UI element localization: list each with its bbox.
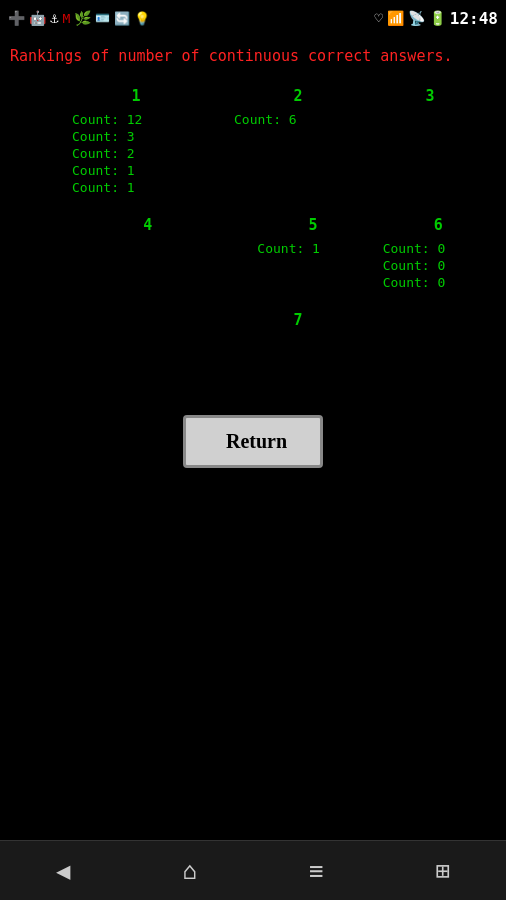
rank-1-count-1: Count: 3 [70,128,202,145]
sync-icon: 🔄 [114,11,130,26]
home-button[interactable]: ⌂ [183,857,197,885]
rank-col-4: 4 [10,216,205,240]
return-button[interactable]: Return [183,415,323,468]
rank-5-count-0: Count: 1 [255,240,370,257]
wifi-icon: 📶 [387,10,404,26]
rank-col-3: 3 [364,87,496,111]
rank-2-count-0: Count: 6 [232,111,364,128]
mcafee-icon: M [62,11,70,26]
rank-3-label: 3 [364,87,496,105]
rank-4-label: 4 [90,216,205,234]
rank-5-label: 5 [255,216,370,234]
apps-button[interactable]: ⊞ [436,857,450,885]
rank-6-label: 6 [381,216,496,234]
main-content: Rankings of number of continuous correct… [0,36,506,854]
android-icon: 🤖 [29,10,46,26]
rank-col-1: 1 Count: 12 Count: 3 Count: 2 Count: 1 C… [10,87,202,196]
rank-1-label: 1 [70,87,202,105]
battery-icon: 🔋 [429,10,446,26]
vpn-icon: 🪪 [95,11,110,25]
rank-6-count-2: Count: 0 [381,274,496,291]
rank-7-label: 7 [100,311,496,329]
rank-6-count-1: Count: 0 [381,257,496,274]
status-bar: ➕ 🤖 ⚓ M 🌿 🪪 🔄 💡 ♡ 📶 📡 🔋 12:48 [0,0,506,36]
mid-ranks-row: 4 5 Count: 1 6 Count: 0 Count: 0 Count: … [10,216,496,291]
heart-icon: ♡ [374,10,382,26]
add-icon: ➕ [8,10,25,26]
rank-1-count-4: Count: 1 [70,179,202,196]
nav-bar: ◀ ⌂ ≡ ⊞ [0,840,506,900]
menu-button[interactable]: ≡ [309,857,323,885]
leaf-icon: 🌿 [74,10,91,26]
back-button[interactable]: ◀ [56,857,70,885]
rank-col-2: 2 Count: 6 [202,87,364,128]
page-title: Rankings of number of continuous correct… [10,46,496,67]
rank-col-5: 5 Count: 1 [205,216,370,257]
rank-6-count-0: Count: 0 [381,240,496,257]
time-display: 12:48 [450,9,498,28]
rank-1-count-2: Count: 2 [70,145,202,162]
light-icon: 💡 [134,11,150,26]
rank-col-7: 7 [10,311,496,335]
signal-icon: 📡 [408,10,425,26]
status-icons-right: ♡ 📶 📡 🔋 12:48 [374,9,498,28]
status-icons-left: ➕ 🤖 ⚓ M 🌿 🪪 🔄 💡 [8,10,150,26]
rank-col-6: 6 Count: 0 Count: 0 Count: 0 [371,216,496,291]
usb-icon: ⚓ [50,10,58,26]
rank-2-label: 2 [232,87,364,105]
bot-ranks-row: 7 [10,311,496,335]
rank-1-count-0: Count: 12 [70,111,202,128]
rank-1-count-3: Count: 1 [70,162,202,179]
top-ranks-row: 1 Count: 12 Count: 3 Count: 2 Count: 1 C… [10,87,496,196]
